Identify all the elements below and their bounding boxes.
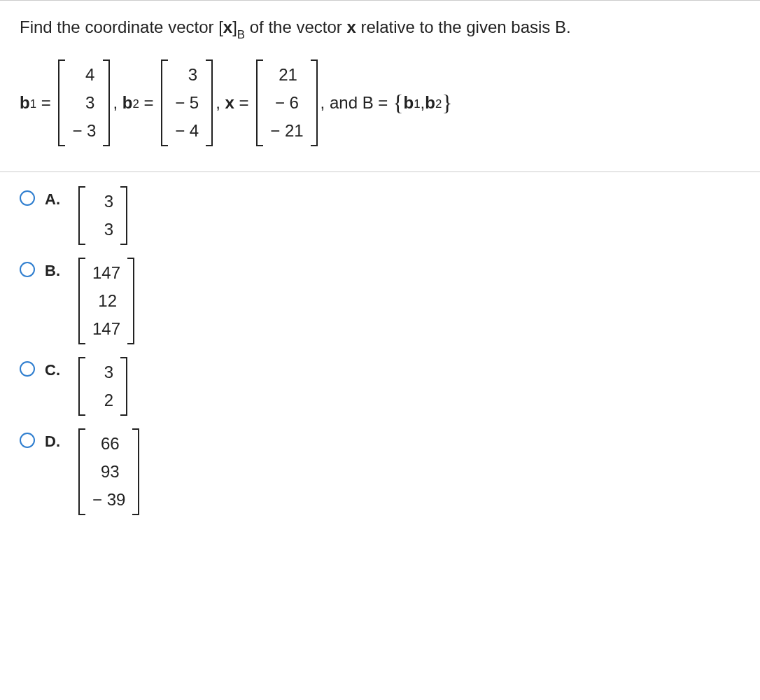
b2-label: b	[122, 93, 133, 113]
D-v0: 66	[99, 434, 120, 454]
option-B[interactable]: B. 147 12 147	[20, 258, 740, 344]
b1-v2: − 3	[72, 121, 96, 141]
body-C: 3 2	[76, 357, 130, 416]
q-sub: B	[237, 28, 245, 41]
radio-D[interactable]	[20, 433, 35, 448]
bracket-left	[78, 428, 85, 515]
x-v1: − 6	[275, 93, 299, 113]
answer-options: A. 3 3 B. 147 12 147	[0, 172, 760, 542]
matrix-A: 3 3	[78, 186, 127, 245]
set-b2s: 2	[435, 97, 442, 111]
b1-label: b	[20, 93, 30, 113]
C-v0: 3	[92, 363, 113, 382]
bracket-left	[78, 186, 85, 245]
label-C: C.	[45, 361, 66, 379]
x-col: 21 − 6 − 21	[263, 59, 310, 146]
q-bracket: ]	[232, 18, 237, 36]
b2-v2: − 4	[175, 121, 199, 141]
lbrace: {	[393, 90, 404, 116]
body-B: 147 12 147	[76, 258, 137, 344]
x-matrix: 21 − 6 − 21	[256, 59, 317, 146]
label-B: B.	[45, 262, 66, 280]
col-B: 147 12 147	[85, 258, 127, 344]
bracket-right	[127, 258, 134, 344]
matrix-B: 147 12 147	[78, 258, 134, 344]
B-v1: 12	[96, 291, 117, 311]
x-v2: − 21	[270, 121, 303, 141]
bracket-right	[120, 186, 127, 245]
q-part1: Find the coordinate vector [	[20, 18, 223, 36]
q-part3: relative to the given basis B.	[356, 18, 571, 36]
C-v1: 2	[92, 391, 113, 410]
col-A: 3 3	[85, 186, 120, 245]
b1-col: 4 3 − 3	[65, 59, 103, 146]
set-b1: b	[404, 93, 414, 113]
rbrace: }	[442, 90, 453, 116]
equals3: =	[234, 93, 253, 113]
label-D: D.	[45, 433, 66, 451]
A-v0: 3	[92, 192, 113, 211]
b1-v1: 3	[73, 93, 94, 113]
b2-matrix: 3 − 5 − 4	[161, 59, 213, 146]
B-v2: 147	[92, 319, 120, 339]
b2-sub: 2	[132, 97, 139, 111]
bracket-left	[256, 59, 263, 146]
q-part2: of the vector	[245, 18, 346, 36]
bracket-left	[161, 59, 168, 146]
comma1: ,	[113, 93, 122, 113]
equals2: =	[139, 93, 158, 113]
b2-col: 3 − 5 − 4	[168, 59, 206, 146]
bracket-right	[103, 59, 110, 146]
bracket-right	[311, 59, 318, 146]
body-A: 3 3	[76, 186, 130, 245]
set-b2: b	[425, 93, 435, 113]
bracket-right	[132, 428, 139, 515]
question-block: Find the coordinate vector [x]B of the v…	[0, 1, 760, 172]
B-v0: 147	[92, 263, 120, 283]
set-b1s: 1	[414, 97, 420, 111]
bracket-left	[78, 357, 85, 416]
radio-A[interactable]	[20, 190, 35, 206]
equation-row: b1 = 4 3 − 3 , b2 = 3 − 5 − 4 , x =	[20, 59, 740, 163]
option-D[interactable]: D. 66 93 − 39	[20, 428, 740, 515]
b2-v0: 3	[176, 65, 197, 85]
bracket-right	[120, 357, 127, 416]
A-v1: 3	[92, 220, 113, 239]
D-v1: 93	[99, 462, 120, 482]
matrix-D: 66 93 − 39	[78, 428, 139, 515]
q-x: x	[223, 18, 232, 36]
option-A[interactable]: A. 3 3	[20, 186, 740, 245]
and-text: , and B =	[321, 93, 393, 113]
set-comma: ,	[421, 93, 425, 113]
col-C: 3 2	[85, 357, 120, 416]
b1-v0: 4	[73, 65, 94, 85]
b1-matrix: 4 3 − 3	[58, 59, 110, 146]
D-v2: − 39	[92, 490, 125, 510]
radio-C[interactable]	[20, 361, 35, 377]
label-A: A.	[45, 190, 66, 209]
bracket-right	[206, 59, 213, 146]
question-text: Find the coordinate vector [x]B of the v…	[20, 16, 740, 41]
q-x2: x	[346, 18, 356, 36]
x-label: x	[225, 93, 234, 113]
b1-sub: 1	[30, 97, 36, 111]
equals1: =	[36, 93, 55, 113]
body-D: 66 93 − 39	[76, 428, 142, 515]
bracket-left	[58, 59, 65, 146]
comma2: ,	[216, 93, 225, 113]
option-C[interactable]: C. 3 2	[20, 357, 740, 416]
radio-B[interactable]	[20, 262, 35, 277]
x-v0: 21	[276, 65, 297, 85]
col-D: 66 93 − 39	[85, 428, 132, 515]
bracket-left	[78, 258, 85, 344]
b2-v1: − 5	[175, 93, 199, 113]
matrix-C: 3 2	[78, 357, 127, 416]
